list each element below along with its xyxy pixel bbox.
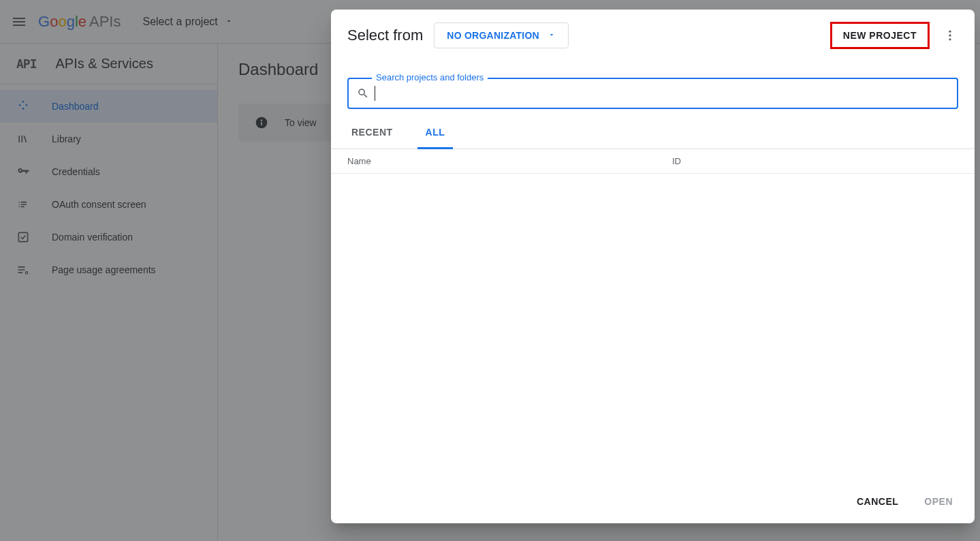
search-field-wrap: Search projects and folders (347, 78, 958, 109)
tab-label: ALL (426, 127, 445, 138)
dialog-footer: CANCEL OPEN (331, 480, 975, 523)
kebab-menu-icon[interactable] (942, 27, 958, 44)
svg-point-8 (949, 31, 951, 33)
table-header: Name ID (331, 149, 975, 174)
cancel-button[interactable]: CANCEL (854, 492, 901, 511)
column-id: ID (672, 156, 958, 166)
modal-overlay: Select from NO ORGANIZATION NEW PROJECT … (0, 0, 980, 541)
dropdown-arrow-icon (548, 30, 556, 41)
search-input[interactable] (375, 88, 949, 99)
tab-all[interactable]: ALL (417, 117, 454, 149)
svg-point-10 (949, 38, 951, 40)
new-project-label: NEW PROJECT (843, 30, 917, 41)
open-button[interactable]: OPEN (921, 492, 955, 511)
project-selector-dialog: Select from NO ORGANIZATION NEW PROJECT … (331, 10, 975, 523)
organization-label: NO ORGANIZATION (447, 30, 539, 41)
table-body[interactable] (331, 174, 975, 480)
dialog-header: Select from NO ORGANIZATION NEW PROJECT (331, 10, 975, 57)
tabs: RECENT ALL (331, 117, 975, 149)
dialog-title: Select from (347, 27, 423, 44)
search-label: Search projects and folders (372, 72, 488, 82)
svg-point-9 (949, 34, 951, 36)
table-area: Name ID (331, 149, 975, 480)
search-icon (357, 87, 369, 99)
column-name: Name (347, 156, 672, 166)
tab-recent[interactable]: RECENT (343, 117, 401, 149)
tab-label: RECENT (351, 127, 393, 138)
new-project-button[interactable]: NEW PROJECT (830, 22, 930, 49)
organization-dropdown[interactable]: NO ORGANIZATION (434, 22, 569, 48)
